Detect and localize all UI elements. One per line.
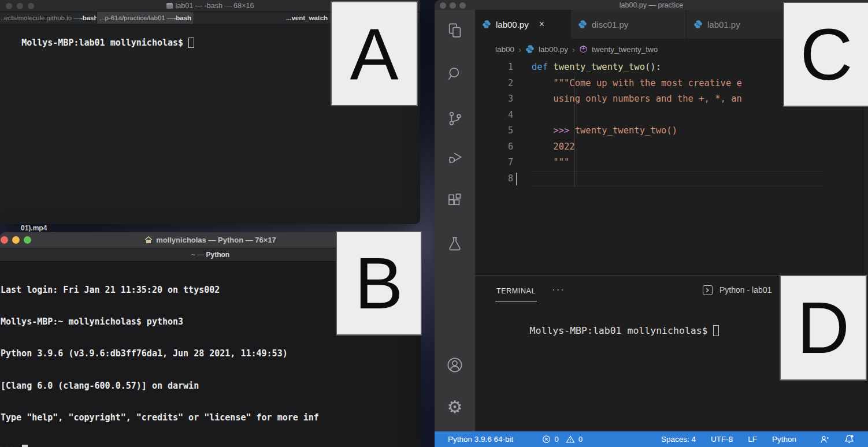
indentation-setting[interactable]: Spaces: 4: [661, 435, 696, 444]
explorer-icon[interactable]: [445, 20, 465, 40]
tab-disc01[interactable]: disc01.py: [571, 10, 687, 39]
code-line: 2022: [532, 139, 575, 155]
breadcrumb-symbol[interactable]: twenty_twenty_two: [592, 45, 658, 54]
tab-label: lab00.py: [496, 20, 529, 29]
terminal-line: [Clang 6.0 (clang-600.0.57)] on darwin: [1, 381, 421, 392]
overlay-label-a: A: [331, 1, 418, 106]
line-number: 3: [475, 91, 532, 107]
shell-prompt: Mollys-MBP:lab01 mollynicholas$: [21, 38, 183, 48]
tab-label: lab01.py: [707, 20, 740, 29]
overlay-letter: D: [797, 286, 850, 370]
desktop-file-label[interactable]: 01).mp4: [21, 224, 47, 232]
code-line: def twenty_twenty_two():: [532, 59, 661, 76]
code-line: using only numbers and the +, *, an: [532, 91, 742, 107]
error-icon: [542, 435, 551, 444]
breadcrumb-folder[interactable]: lab00: [495, 45, 514, 54]
overlay-letter: C: [800, 13, 853, 96]
extensions-icon[interactable]: [445, 191, 465, 211]
more-actions-icon[interactable]: ···: [552, 284, 565, 296]
python-repl-prompt: >>>: [1, 444, 421, 447]
code-line: """: [532, 155, 569, 171]
terminal-instance-label: Python - lab01: [719, 285, 771, 295]
terminal-cursor: [188, 38, 194, 48]
warning-icon: [566, 435, 575, 444]
python-interpreter-selector[interactable]: Python 3.9.6 64-bit: [448, 435, 513, 444]
python-file-icon: [693, 20, 703, 29]
encoding-setting[interactable]: UTF-8: [711, 435, 733, 444]
code-line: """Come up with the most creative e: [532, 76, 742, 92]
close-tab-icon[interactable]: ×: [539, 19, 544, 29]
indent-guide: [574, 76, 575, 187]
notifications-bell-icon[interactable]: [844, 434, 854, 444]
line-number: 7: [475, 155, 532, 171]
problems-indicator[interactable]: 0 0: [542, 435, 583, 444]
chevron-right-icon: ›: [518, 44, 521, 54]
overlay-label-b: B: [336, 231, 422, 336]
tab-label: disc01.py: [592, 20, 628, 29]
editor-caret: [516, 173, 517, 185]
shell-prompt: Mollys-MBP:lab01 mollynicholas$: [530, 325, 708, 336]
overlay-letter: A: [350, 12, 398, 96]
terminal-cursor: [713, 325, 719, 336]
line-number: 2: [475, 76, 532, 92]
symbol-cube-icon: [579, 45, 588, 54]
language-mode[interactable]: Python: [772, 435, 796, 444]
source-control-icon[interactable]: [445, 109, 465, 128]
person-feedback-icon[interactable]: [819, 435, 829, 444]
tab-lab01[interactable]: lab01.py: [687, 10, 785, 39]
status-bar: Python 3.9.6 64-bit 0 0 Spaces: 4 UTF-8 …: [435, 431, 868, 447]
run-debug-icon[interactable]: [445, 147, 465, 167]
eol-setting[interactable]: LF: [748, 435, 757, 444]
overlay-label-d: D: [780, 275, 867, 381]
settings-gear-icon[interactable]: ⚙: [445, 397, 465, 417]
python-file-icon: [525, 44, 535, 54]
terminal-cursor: [22, 445, 28, 447]
breadcrumb-file[interactable]: lab00.py: [539, 45, 568, 54]
overlay-label-c: C: [783, 2, 868, 107]
line-number: 5: [475, 123, 532, 139]
code-line: >>> twenty_twenty_two(): [532, 123, 677, 139]
python-file-icon: [482, 20, 491, 29]
line-number: 8: [475, 171, 532, 187]
home-icon: [144, 236, 153, 244]
search-icon[interactable]: [445, 64, 465, 84]
activity-bar: ⚙: [435, 10, 475, 431]
testing-flask-icon[interactable]: [445, 234, 465, 254]
python-file-icon: [578, 20, 587, 29]
tab-lab00[interactable]: lab00.py ×: [475, 10, 571, 39]
terminal-instance-icon: [703, 285, 713, 295]
panel-tab-terminal[interactable]: TERMINAL: [495, 278, 537, 301]
line-number: 4: [475, 107, 532, 124]
terminal-line: Type "help", "copyright", "credits" or "…: [1, 412, 421, 423]
terminal-tab-molecule[interactable]: ...ects/molecule.github.io — -bash: [0, 12, 97, 24]
account-icon[interactable]: [445, 355, 465, 375]
line-number: 6: [475, 139, 532, 155]
chevron-right-icon: ›: [572, 44, 575, 54]
window-proxy-icon: [166, 3, 173, 9]
line-number: 1: [475, 59, 532, 76]
terminal-line: Python 3.9.6 (v3.9.6:db3ff76da1, Jun 28 …: [1, 348, 421, 359]
overlay-letter: B: [354, 241, 403, 325]
terminal-tab-lab01[interactable]: ...p-61a/practice/lab01 — -bash: [97, 12, 194, 24]
